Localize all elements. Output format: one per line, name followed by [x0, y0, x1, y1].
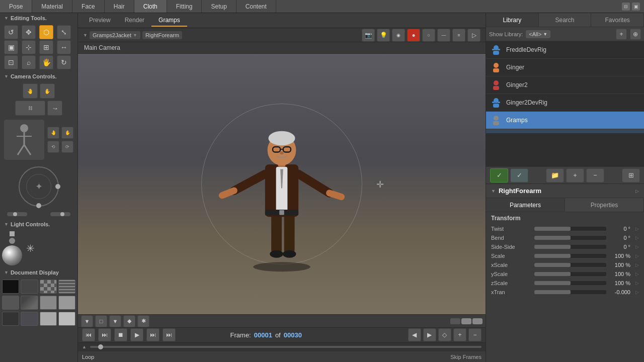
camera-slider-right[interactable] [50, 212, 70, 216]
btn-add-key[interactable]: + [453, 328, 466, 341]
library-filter-dropdown[interactable]: <All> ▼ [526, 30, 550, 38]
prop-slider-bend[interactable] [534, 236, 606, 240]
btn-stop[interactable]: ⏹ [114, 328, 127, 341]
lib-tab-favorites[interactable]: Favorites [591, 13, 644, 27]
lib-btn-action[interactable]: ⊞ [622, 168, 640, 183]
doc-swatch-gray1[interactable] [2, 296, 19, 310]
scrub-bar[interactable] [90, 346, 481, 348]
lib-toolbar-expand[interactable]: ⊕ [630, 29, 641, 40]
doc-swatch-blueish[interactable] [21, 312, 38, 326]
light-star-icon[interactable]: ✳ [26, 242, 35, 254]
vp-tool-camera[interactable]: 📷 [362, 29, 375, 42]
tool-select[interactable]: ⬡ [39, 25, 53, 39]
prop-slider-scale[interactable] [534, 254, 606, 258]
prop-arrow-yscale[interactable]: ▷ [635, 272, 639, 277]
cam-arc[interactable]: ↝ [47, 101, 62, 116]
prop-slider-yscale[interactable] [534, 272, 606, 276]
viewport-crosshair[interactable]: ✛ [376, 179, 384, 190]
tool-rotate-ccw[interactable]: ↺ [4, 25, 18, 39]
vp-tool-render1[interactable]: ◉ [392, 29, 405, 42]
prop-slider-bar-yscale[interactable] [534, 272, 606, 276]
tab-cloth[interactable]: Cloth [134, 0, 167, 13]
prop-slider-bar-twist[interactable] [534, 227, 606, 231]
prop-slider-bar-sideside[interactable] [534, 245, 606, 249]
btn-play[interactable]: ▶ [130, 328, 143, 341]
doc-swatch-black[interactable] [2, 280, 19, 294]
props-tab-parameters[interactable]: Parameters [486, 198, 565, 212]
lib-item-gramps[interactable]: Gramps [486, 112, 644, 129]
prop-slider-xscale[interactable] [534, 263, 606, 267]
doc-swatch-lighter[interactable] [58, 312, 75, 326]
vp-tool-render2[interactable]: ● [407, 29, 420, 42]
tool-frame[interactable]: ⊡ [4, 55, 18, 69]
tool-transform[interactable]: ⤡ [57, 25, 71, 39]
prop-arrow-bend[interactable]: ▷ [635, 235, 639, 240]
doc-swatch-dark[interactable] [21, 280, 38, 294]
lib-item-ginger[interactable]: Ginger [486, 59, 644, 76]
tab-setup[interactable]: Setup [202, 0, 236, 13]
doc-swatch-gray3[interactable] [58, 296, 75, 310]
prop-slider-bar-xtran[interactable] [534, 290, 606, 294]
cam-right-hand[interactable]: ✋ [40, 83, 55, 99]
vp-tab-render[interactable]: Render [118, 15, 151, 27]
tool-zoom[interactable]: ⌕ [22, 55, 36, 69]
lib-item-ginger2[interactable]: Ginger2 [486, 76, 644, 94]
lib-btn-folder[interactable]: 📁 [546, 168, 564, 183]
btn-remove-key[interactable]: − [468, 328, 481, 341]
vp-tool-render3[interactable]: ○ [422, 29, 435, 42]
tab-face[interactable]: Face [72, 0, 105, 13]
tool-twist[interactable]: ↻ [57, 55, 71, 69]
tool-box-select[interactable]: ▣ [4, 40, 18, 54]
lib-tab-search[interactable]: Search [539, 13, 592, 27]
lib-btn-minus[interactable]: − [586, 168, 604, 183]
cam-icon-extra2[interactable]: ⟳ [61, 141, 73, 153]
3d-viewport[interactable]: ✛ [78, 54, 486, 314]
doc-swatch-lines[interactable] [58, 280, 75, 294]
prop-slider-twist[interactable] [534, 227, 606, 231]
btn-step-back[interactable]: ⏭ [98, 328, 111, 341]
props-tab-properties[interactable]: Properties [565, 198, 644, 212]
tl-btn-key[interactable]: ◆ [123, 315, 135, 327]
orbit-dot-right[interactable] [55, 184, 60, 189]
breadcrumb-figure-dropdown[interactable]: Gramps2Jacket ▼ [90, 31, 140, 39]
props-expand-icon[interactable]: ▷ [635, 189, 639, 194]
breadcrumb-bone-dropdown[interactable]: RightForearm [142, 31, 182, 39]
lib-item-ginger2dev[interactable]: Ginger2DevRig [486, 94, 644, 112]
scrub-handle[interactable] [98, 344, 103, 349]
prop-slider-bar-zscale[interactable] [534, 281, 606, 285]
doc-swatch-checker[interactable] [40, 280, 57, 294]
btn-step-fwd[interactable]: ⏭ [146, 328, 159, 341]
prop-slider-bar-bend[interactable] [534, 236, 606, 240]
timeline-scrub[interactable]: ▲ [78, 343, 486, 351]
tl-dot-2[interactable] [461, 318, 471, 324]
btn-prev-key[interactable]: ◀ [408, 328, 421, 341]
doc-swatch-light[interactable] [40, 312, 57, 326]
cam-icon-extra1[interactable]: ⟲ [47, 141, 59, 153]
btn-go-start[interactable]: ⏮ [82, 328, 95, 341]
btn-go-end[interactable]: ⏭ [163, 328, 176, 341]
camera-slider-right-handle[interactable] [60, 212, 64, 216]
tool-move[interactable]: ✥ [22, 25, 36, 39]
tl-dot-1[interactable] [450, 318, 460, 324]
tl-btn-box[interactable]: □ [95, 315, 107, 327]
doc-swatch-grad[interactable] [21, 296, 38, 310]
btn-key-diamond[interactable]: ◇ [438, 328, 451, 341]
prop-slider-xtran[interactable] [534, 290, 606, 294]
tool-group[interactable]: ⊞ [39, 40, 53, 54]
orbit-ring-inner[interactable]: ✦ [26, 174, 51, 199]
props-collapse-icon[interactable]: ▼ [491, 189, 496, 194]
doc-swatch-darker[interactable] [2, 312, 19, 326]
tab-material[interactable]: Material [32, 0, 72, 13]
prop-arrow-twist[interactable]: ▷ [635, 226, 639, 231]
prop-arrow-scale[interactable]: ▷ [635, 253, 639, 258]
tl-dot-3[interactable] [472, 318, 482, 324]
camera-slider-left-handle[interactable] [13, 212, 17, 216]
cam-left-hand[interactable]: 🤚 [23, 83, 38, 99]
lib-item-freddie[interactable]: FreddleDevRig [486, 41, 644, 59]
prop-slider-bar-xscale[interactable] [534, 263, 606, 267]
cam-hand-right-small[interactable]: ✋ [61, 127, 73, 139]
prop-slider-sideside[interactable] [534, 245, 606, 249]
light-ball[interactable] [2, 245, 22, 265]
tool-scale[interactable]: ↔ [57, 40, 71, 54]
btn-next-key[interactable]: ▶ [423, 328, 436, 341]
